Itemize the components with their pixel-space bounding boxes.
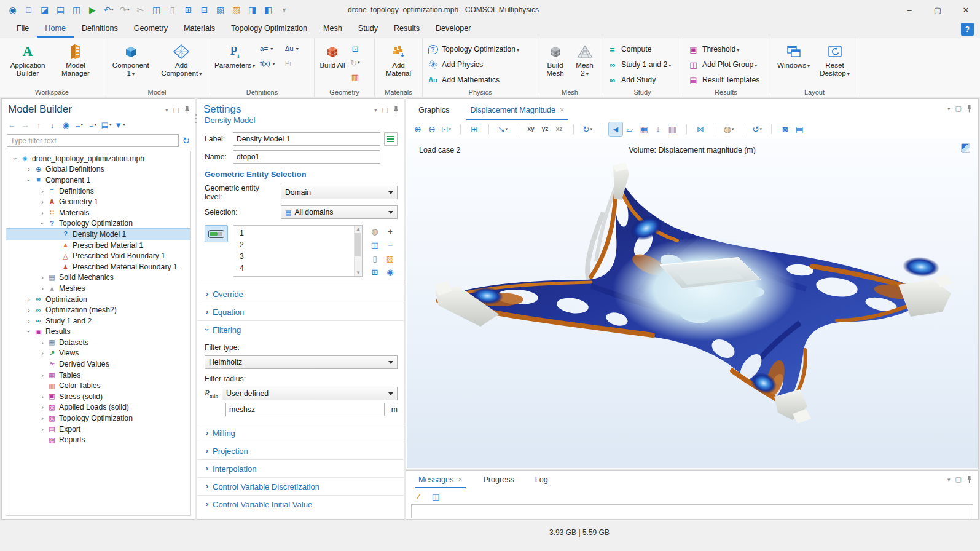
active-toggle-button[interactable] [205,225,228,242]
mesh-button[interactable]: Mesh 2 [571,41,599,85]
windows-button[interactable]: Windows [774,41,813,85]
cut-icon[interactable]: ✂ [133,2,148,17]
tree-expander-icon[interactable] [25,296,33,303]
maximize-button[interactable]: ▢ [923,0,952,20]
go-to-view-icon[interactable]: ↘ [496,122,509,136]
section-override[interactable]: Override [197,285,404,303]
tree-expander-icon[interactable] [38,198,47,205]
preview-selection-icon[interactable]: ◧ [261,2,276,17]
view-yz-icon[interactable]: yz [538,122,552,136]
domain-list-scrollbar[interactable]: ▲ ▼ [354,226,362,276]
add-mathematics-button[interactable]: ΔuAdd Mathematics [425,73,522,87]
sep[interactable] [595,122,608,136]
remove-from-selection-icon[interactable]: − [383,239,398,251]
panel-menu-icon[interactable] [947,475,951,483]
tree-expander-icon[interactable] [38,371,47,379]
scroll-down-icon[interactable]: ▼ [356,270,361,276]
show-selection-icon[interactable]: ◉ [383,266,398,278]
tree-item[interactable]: ▥ Color Tables [6,380,190,391]
filter-radius-select[interactable]: User defined [222,387,398,400]
sep[interactable] [680,122,693,136]
clear-selection-icon[interactable]: ▨ [229,2,244,17]
collapse-all-icon[interactable]: ≡ [87,119,99,131]
zoom-to-selection-icon[interactable]: ⊞ [367,266,382,278]
tree-item[interactable]: ▦ Datasets [6,337,190,348]
build-all-button[interactable]: Build All [317,41,348,85]
qat-overflow-icon[interactable]: ∨ [276,2,292,17]
tree-expander-icon[interactable] [38,393,47,400]
label-input[interactable] [233,132,380,146]
sep[interactable] [453,122,467,136]
tree-item[interactable]: ≡ Definitions [6,186,190,197]
tree-item[interactable]: ∷ Materials [6,207,190,218]
tree-filter-input[interactable] [7,134,179,147]
paste-selection-icon[interactable]: ▯ [367,252,382,264]
panel-float-icon[interactable] [382,105,388,114]
view-xz-icon[interactable]: xz [552,122,566,136]
graphics-tab[interactable]: Graphics [415,101,453,120]
domain-list-item[interactable]: 3 [240,250,353,262]
tree-item[interactable]: ▤ Solid Mechanics [6,272,190,283]
minimize-button[interactable]: – [895,0,923,20]
messages-output[interactable] [411,504,973,518]
zoom-box-icon[interactable]: ⊡ [439,122,453,136]
zoom-in-icon[interactable]: ⊕ [411,122,425,136]
messages-tab[interactable]: Messages [415,472,466,488]
panel-float-icon[interactable] [955,104,962,113]
panel-menu-icon[interactable] [947,104,951,113]
help-button[interactable]: ? [961,23,974,36]
menu-item[interactable]: Topology Optimization [223,20,315,38]
delete-icon[interactable]: ⊟ [197,2,212,17]
menu-item[interactable]: Materials [176,20,223,38]
perspective-icon[interactable]: ▱ [623,122,637,136]
tree-item[interactable]: ▲ Prescribed Material Boundary 1 [6,261,190,272]
tree-item[interactable]: ∞ Optimization (mesh2) [6,304,190,315]
filter-radius-input[interactable] [225,403,385,416]
run-icon[interactable]: ▶ [85,2,100,17]
graphics-tab[interactable]: Displacement Magnitude [466,101,568,120]
variables-button[interactable]: a= [258,42,277,55]
print-icon[interactable]: ▤ [793,122,806,136]
rename-indicator-button[interactable] [384,132,398,146]
tree-item[interactable]: A Geometry 1 [6,196,190,207]
environment-icon[interactable]: ◍ [722,122,735,136]
tree-item[interactable]: ∞ Study 1 and 2 [6,315,190,327]
new-file-icon[interactable]: □ [21,2,36,17]
add-material-button[interactable]: Add Material [379,41,418,85]
panel-float-icon[interactable] [955,475,962,483]
paste-icon[interactable]: ▯ [165,2,180,17]
clear-messages-icon[interactable]: ∕ [412,490,425,502]
tree-item[interactable]: ▣ Stress (solid) [6,391,190,402]
section-interpolation[interactable]: Interpolation [197,459,404,477]
add-to-selection-icon[interactable]: + [383,225,398,237]
open-file-icon[interactable]: ◪ [37,2,52,17]
tree-expander-icon[interactable] [38,414,47,422]
tab-close-icon[interactable] [458,475,462,484]
study-button[interactable]: ∞Study 1 and 2 [605,58,673,71]
functions-button[interactable]: f(x) [258,57,277,69]
show-axes-icon[interactable]: ↓ [651,122,665,136]
tree-expander-icon[interactable] [25,328,33,335]
tree-item[interactable]: ↗ Views [6,348,190,359]
tree-expander-icon[interactable] [11,155,20,162]
tab-close-icon[interactable] [560,106,564,114]
color-legend-icon[interactable]: ▥ [665,122,679,136]
tree-item[interactable]: ▧ Topology Optimization [6,413,190,424]
forward-icon[interactable]: → [19,119,31,131]
application-builder-button[interactable]: A Application Builder [2,41,53,85]
tree-item[interactable]: 8e Derived Values [6,359,190,370]
result-templates-button[interactable]: ▤Result Templates [686,73,762,87]
select-box-icon[interactable]: ▧ [213,2,228,17]
panel-float-icon[interactable] [173,105,179,114]
show-icon[interactable]: ◉ [60,119,72,131]
tree-item[interactable]: ▣ Results [6,327,190,338]
parameter-case-button[interactable]: Pi [283,57,300,69]
tree-expander-icon[interactable] [38,220,47,227]
section-control-variable-discretization[interactable]: Control Variable Discretization [197,477,404,495]
panel-pin-icon[interactable] [393,106,399,114]
menu-item[interactable]: File [9,20,37,38]
sep[interactable] [708,122,721,136]
tree-expander-icon[interactable] [38,274,47,281]
rebuild-icon[interactable]: ↻ [349,57,361,69]
domain-list-item[interactable]: 1 [240,227,353,239]
